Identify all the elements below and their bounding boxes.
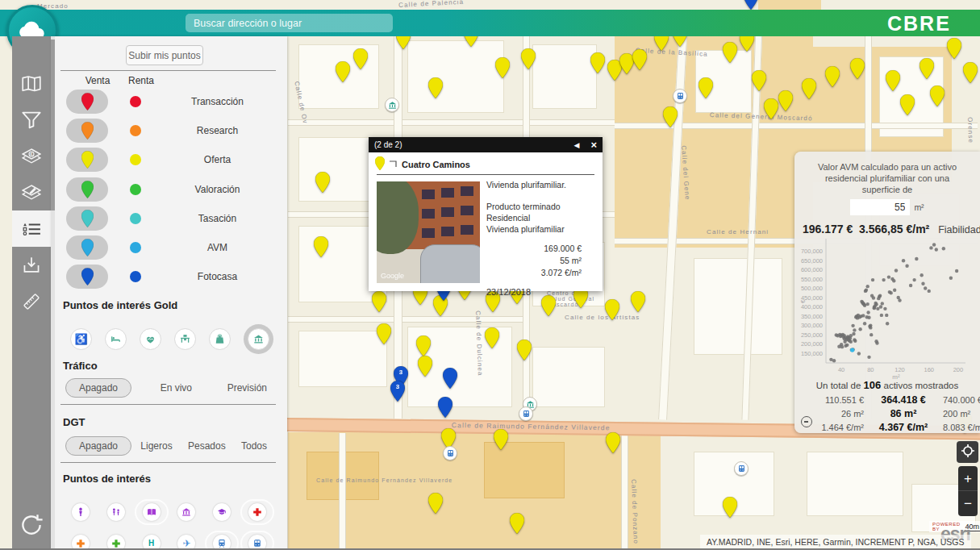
zoom-in-button[interactable]: + (958, 466, 978, 491)
yellow-map-pin[interactable] (494, 429, 508, 450)
education-icon[interactable] (213, 503, 231, 521)
renta-toggle[interactable] (130, 96, 141, 107)
yellow-map-pin[interactable] (947, 38, 961, 59)
yellow-map-pin[interactable] (723, 497, 737, 518)
yellow-map-pin[interactable] (353, 48, 368, 69)
venta-toggle[interactable] (66, 265, 108, 289)
yellow-map-pin[interactable] (631, 291, 645, 312)
yellow-map-pin[interactable] (428, 77, 443, 98)
yellow-map-pin[interactable] (416, 335, 431, 356)
venta-toggle[interactable] (66, 90, 108, 114)
yellow-map-pin[interactable] (663, 106, 678, 127)
yellow-map-pin[interactable] (521, 48, 536, 69)
blue-map-pin[interactable]: 3 (390, 381, 405, 402)
avm-collapse-button[interactable] (801, 416, 812, 427)
yellow-map-pin[interactable] (590, 52, 605, 73)
popup-prev-button[interactable]: ◀ (573, 141, 579, 149)
yellow-map-pin[interactable] (699, 77, 713, 98)
surface-input[interactable] (850, 199, 910, 215)
sidebar-item-download[interactable] (12, 247, 51, 283)
yellow-map-pin[interactable] (510, 513, 524, 534)
yellow-map-pin[interactable] (336, 61, 350, 82)
property-photo[interactable]: Google (377, 181, 480, 283)
dgt-option-0[interactable]: Apagado (65, 436, 131, 456)
museum-icon[interactable] (177, 503, 195, 521)
renta-toggle[interactable] (130, 184, 141, 195)
yellow-map-pin[interactable] (314, 236, 328, 257)
yellow-map-pin[interactable] (606, 432, 620, 453)
sidebar-item-filters[interactable] (12, 102, 51, 138)
yellow-map-pin[interactable] (900, 94, 915, 115)
yellow-map-pin[interactable] (723, 42, 737, 63)
renta-toggle[interactable] (130, 213, 141, 224)
yellow-map-pin[interactable] (485, 327, 499, 348)
yellow-map-pin[interactable] (825, 66, 840, 87)
trafico-option-1[interactable]: En vivo (154, 379, 198, 397)
blue-map-pin[interactable] (438, 397, 452, 418)
playground-icon[interactable] (107, 503, 125, 521)
dgt-option-1[interactable]: Ligeros (134, 437, 178, 455)
map-train-badge[interactable] (734, 461, 749, 476)
yellow-map-pin[interactable] (418, 356, 432, 377)
emergency-icon[interactable] (248, 503, 266, 521)
dgt-option-2[interactable]: Pesados (181, 437, 232, 455)
locate-button[interactable] (957, 441, 978, 463)
sidebar-item-drawing-layers[interactable] (12, 174, 51, 210)
refresh-button[interactable] (12, 513, 51, 537)
health-heart-icon[interactable] (140, 328, 161, 350)
yellow-map-pin[interactable] (495, 57, 510, 78)
trafico-option-2[interactable]: Previsión (221, 379, 273, 397)
yellow-map-pin[interactable] (752, 70, 766, 91)
yellow-map-pin[interactable] (372, 291, 386, 312)
yellow-map-pin[interactable] (517, 340, 532, 360)
blue-map-pin[interactable] (744, 0, 758, 10)
venta-toggle[interactable] (66, 148, 108, 172)
sidebar-item-basemap[interactable] (12, 65, 51, 102)
trafico-option-0[interactable]: Apagado (65, 378, 131, 398)
pedestrian-icon[interactable] (72, 503, 90, 521)
yellow-map-pin[interactable] (377, 323, 391, 344)
yellow-map-pin[interactable] (605, 299, 619, 320)
sidebar-item-measure[interactable] (12, 283, 51, 319)
venta-toggle[interactable] (66, 206, 108, 231)
hotel-bed-icon[interactable] (105, 328, 127, 350)
yellow-map-pin[interactable] (963, 62, 978, 83)
legend-row-4: Tasación (51, 204, 287, 233)
yellow-map-pin[interactable] (764, 98, 778, 119)
yellow-map-pin[interactable] (778, 90, 793, 111)
yellow-map-pin[interactable] (632, 49, 647, 70)
shopping-bag-icon[interactable] (209, 328, 231, 350)
map-train-badge[interactable] (519, 406, 533, 421)
yellow-map-pin[interactable] (850, 58, 865, 79)
renta-toggle[interactable] (130, 154, 141, 165)
venta-toggle[interactable] (66, 177, 108, 202)
upload-points-button[interactable]: Subir mis puntos (126, 45, 203, 65)
yellow-map-pin[interactable] (315, 172, 330, 193)
venta-toggle[interactable] (66, 235, 108, 260)
renta-toggle[interactable] (130, 125, 141, 136)
renta-toggle[interactable] (130, 271, 141, 282)
yellow-map-pin[interactable] (920, 58, 934, 79)
blue-map-pin[interactable] (443, 368, 457, 389)
venta-toggle[interactable] (66, 119, 108, 143)
map-bank-badge[interactable] (385, 98, 399, 112)
sidebar-item-price-layers[interactable]: € (12, 138, 51, 174)
zoom-out-button[interactable]: − (958, 491, 978, 516)
sidebar-item-legend[interactable] (12, 210, 51, 247)
library-icon[interactable] (143, 503, 161, 521)
yellow-map-pin[interactable] (802, 78, 816, 99)
yellow-map-pin[interactable] (428, 493, 443, 514)
svg-text:120: 120 (895, 366, 905, 373)
popup-close-icon[interactable]: × (590, 140, 597, 150)
bank-icon[interactable] (248, 328, 269, 350)
wheelchair-icon[interactable]: ♿ (70, 328, 92, 350)
dgt-option-3[interactable]: Todos (235, 437, 273, 455)
map-train-badge[interactable] (443, 446, 457, 460)
office-desk-icon[interactable] (174, 328, 196, 350)
search-input[interactable] (186, 14, 393, 32)
yellow-map-pin[interactable] (886, 70, 900, 91)
renta-toggle[interactable] (130, 242, 141, 253)
yellow-map-pin[interactable] (541, 295, 556, 316)
map-train-badge[interactable] (673, 89, 687, 103)
yellow-map-pin[interactable] (930, 85, 945, 106)
